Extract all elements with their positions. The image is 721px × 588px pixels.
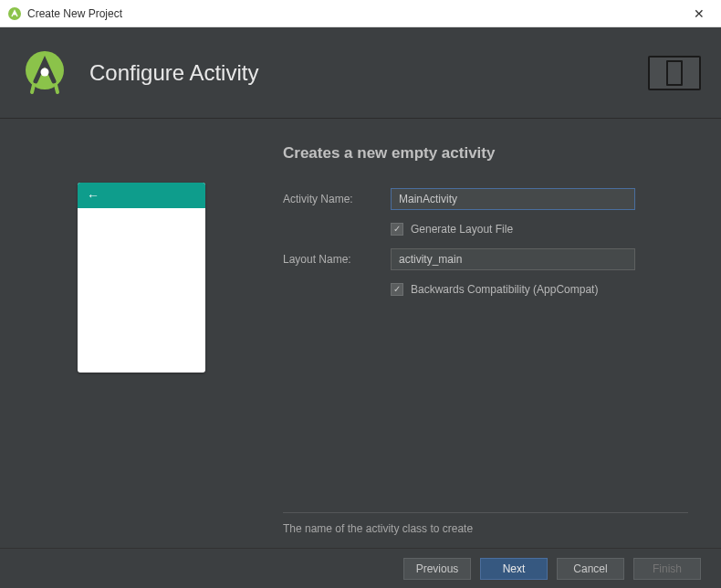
generate-layout-checkbox[interactable]: ✓ <box>391 223 403 236</box>
page-title: Configure Activity <box>89 60 258 86</box>
finish-button: Finish <box>633 558 701 580</box>
next-button[interactable]: Next <box>480 558 548 580</box>
svg-point-3 <box>41 68 49 76</box>
check-icon: ✓ <box>393 285 401 294</box>
device-icon <box>648 56 701 90</box>
android-studio-logo <box>20 48 69 98</box>
section-heading: Creates a new empty activity <box>283 144 688 163</box>
activity-name-label: Activity Name: <box>283 193 391 205</box>
form-column: Creates a new empty activity Activity Na… <box>283 144 721 548</box>
backwards-compat-row: ✓ Backwards Compatibility (AppCompat) <box>391 283 688 296</box>
titlebar: Create New Project ✕ <box>0 0 721 27</box>
main-content: ← Creates a new empty activity Activity … <box>0 119 721 548</box>
preview-column: ← <box>0 144 283 548</box>
generate-layout-label: Generate Layout File <box>411 223 513 236</box>
layout-name-row: Layout Name: <box>283 248 688 270</box>
help-area: The name of the activity class to create <box>283 512 688 535</box>
backwards-compat-checkbox[interactable]: ✓ <box>391 283 403 296</box>
wizard-footer: Previous Next Cancel Finish <box>0 548 721 588</box>
check-icon: ✓ <box>393 225 401 234</box>
previous-button[interactable]: Previous <box>403 558 471 580</box>
android-studio-icon <box>7 6 22 21</box>
activity-name-row: Activity Name: <box>283 188 688 210</box>
backwards-compat-label: Backwards Compatibility (AppCompat) <box>411 283 598 296</box>
preview-appbar: ← <box>78 183 205 208</box>
layout-name-input[interactable] <box>391 248 635 270</box>
window-title: Create New Project <box>27 7 684 20</box>
phone-icon <box>666 60 683 86</box>
generate-layout-row: ✓ Generate Layout File <box>391 223 688 236</box>
layout-name-label: Layout Name: <box>283 253 391 266</box>
cancel-button[interactable]: Cancel <box>557 558 624 580</box>
help-text: The name of the activity class to create <box>283 522 688 535</box>
close-button[interactable]: ✕ <box>684 6 714 21</box>
back-arrow-icon: ← <box>87 188 99 203</box>
wizard-header: Configure Activity <box>0 27 721 119</box>
activity-name-input[interactable] <box>391 188 635 210</box>
divider <box>283 512 688 513</box>
svg-point-1 <box>14 12 16 15</box>
activity-preview: ← <box>78 183 205 373</box>
